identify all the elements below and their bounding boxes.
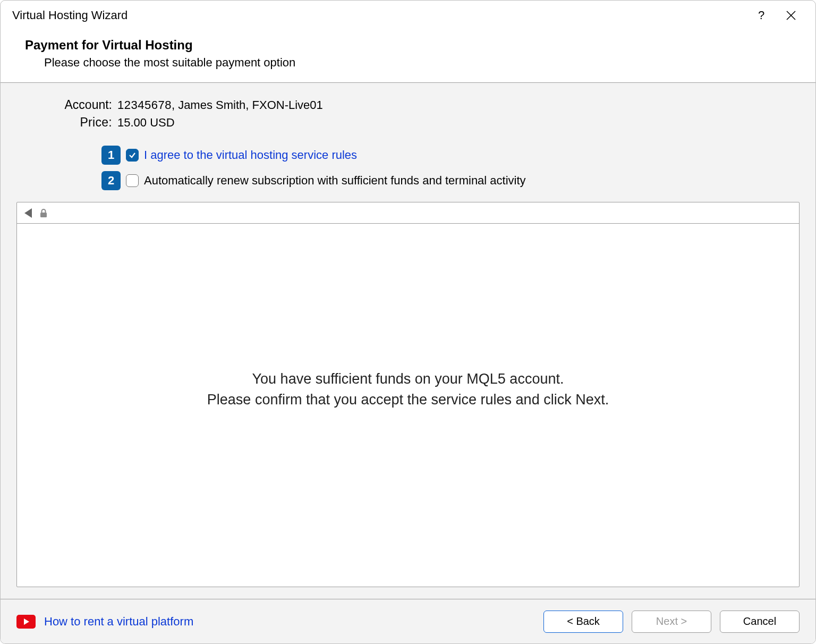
account-row: Account: 12345678, James Smith, FXON-Liv… bbox=[59, 98, 800, 112]
titlebar: Virtual Hosting Wizard ? bbox=[1, 1, 815, 30]
cancel-button[interactable]: Cancel bbox=[720, 611, 800, 633]
content-area: Account: 12345678, James Smith, FXON-Liv… bbox=[1, 83, 815, 599]
footer: How to rent a virtual platform < Back Ne… bbox=[1, 599, 815, 643]
embedded-frame: You have sufficient funds on your MQL5 a… bbox=[16, 202, 800, 587]
account-value: 12345678, James Smith, FXON-Live01 bbox=[117, 98, 323, 112]
frame-body: You have sufficient funds on your MQL5 a… bbox=[17, 224, 799, 587]
renew-row: 2 Automatically renew subscription with … bbox=[101, 171, 800, 190]
info-rows: Account: 12345678, James Smith, FXON-Liv… bbox=[16, 98, 800, 133]
agree-checkbox[interactable] bbox=[126, 149, 139, 162]
lock-icon bbox=[39, 208, 48, 218]
close-button[interactable] bbox=[776, 1, 806, 30]
agree-row: 1 I agree to the virtual hosting service… bbox=[101, 146, 800, 165]
back-button[interactable]: < Back bbox=[543, 611, 623, 633]
price-value: 15.00 USD bbox=[117, 116, 175, 130]
account-server: FXON-Live01 bbox=[252, 98, 323, 112]
badge-2: 2 bbox=[101, 171, 121, 190]
badge-1: 1 bbox=[101, 146, 121, 165]
check-rows: 1 I agree to the virtual hosting service… bbox=[16, 146, 800, 197]
svg-rect-2 bbox=[40, 213, 47, 217]
price-row: Price: 15.00 USD bbox=[59, 115, 800, 130]
funds-message-line2: Please confirm that you accept the servi… bbox=[207, 392, 609, 408]
funds-message-line1: You have sufficient funds on your MQL5 a… bbox=[252, 371, 564, 387]
auto-renew-checkbox[interactable] bbox=[126, 174, 139, 187]
price-label: Price: bbox=[59, 115, 117, 130]
wizard-header: Payment for Virtual Hosting Please choos… bbox=[1, 30, 815, 83]
close-icon bbox=[786, 11, 796, 20]
next-button[interactable]: Next > bbox=[632, 611, 711, 633]
footer-left: How to rent a virtual platform bbox=[16, 615, 543, 629]
check-icon bbox=[129, 151, 136, 159]
help-button[interactable]: ? bbox=[746, 1, 776, 30]
how-to-rent-link[interactable]: How to rent a virtual platform bbox=[44, 615, 193, 629]
account-label: Account: bbox=[59, 98, 117, 112]
wizard-window: Virtual Hosting Wizard ? Payment for Vir… bbox=[0, 0, 816, 644]
auto-renew-label: Automatically renew subscription with su… bbox=[144, 174, 526, 188]
page-title: Payment for Virtual Hosting bbox=[25, 38, 815, 53]
back-arrow-icon[interactable] bbox=[24, 208, 32, 218]
agree-rules-link[interactable]: I agree to the virtual hosting service r… bbox=[144, 148, 357, 162]
account-number: 12345678 bbox=[117, 98, 172, 112]
youtube-icon[interactable] bbox=[16, 615, 36, 629]
footer-buttons: < Back Next > Cancel bbox=[543, 611, 800, 633]
window-title: Virtual Hosting Wizard bbox=[12, 9, 746, 22]
account-name: James Smith bbox=[178, 98, 245, 112]
frame-toolbar bbox=[17, 202, 799, 224]
page-subtitle: Please choose the most suitable payment … bbox=[44, 56, 815, 70]
